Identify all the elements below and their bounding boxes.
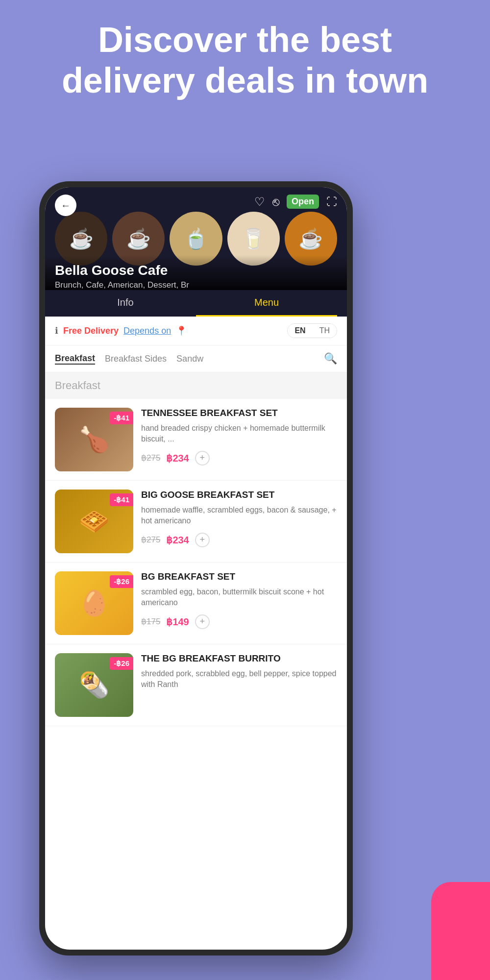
info-icon: ℹ	[55, 325, 58, 336]
favorite-icon[interactable]: ♡	[254, 195, 265, 209]
discount-badge-4: -฿26	[110, 657, 133, 670]
menu-item: 🧇 -฿41 BIG GOOSE BREAKFAST SET homemade …	[45, 481, 347, 563]
delivery-bar: ℹ Free Delivery Depends on 📍 EN TH	[45, 317, 347, 345]
item-image-wrap: 🥚 -฿26	[55, 571, 133, 635]
pink-accent-decoration	[431, 882, 490, 980]
tab-menu[interactable]: Menu	[196, 290, 337, 317]
header-actions: ♡ ⎋ Open ⛶	[254, 195, 337, 209]
discount-badge-2: -฿41	[110, 493, 133, 506]
cat-tab-breakfast-sides[interactable]: Breakfast Sides	[105, 354, 167, 364]
item-desc-1: hand breaded crispy chicken + homemade b…	[141, 423, 337, 445]
original-price-2: ฿275	[141, 535, 160, 545]
header-overlay: Bella Goose Cafe Brunch, Cafe, American,…	[45, 255, 347, 290]
hero-title: Discover the best delivery deals in town	[0, 20, 490, 101]
item-info-3: BG BREAKFAST SET scrambled egg, bacon, b…	[141, 571, 337, 635]
item-image-wrap: 🍗 -฿41	[55, 408, 133, 471]
nav-tabs: Info Menu	[45, 290, 347, 317]
map-pin-icon: 📍	[176, 325, 187, 336]
original-price-3: ฿175	[141, 616, 160, 627]
delivery-info: ℹ Free Delivery Depends on 📍	[55, 325, 187, 336]
fullscreen-icon[interactable]: ⛶	[326, 196, 337, 208]
discount-badge-1: -฿41	[110, 412, 133, 424]
phone-screen: ☕ ☕ 🍵 🥛 ☕ ← ♡ ⎋ Open ⛶ Bella Goose Cafe …	[45, 187, 347, 950]
item-prices-3: ฿175 ฿149 +	[141, 614, 337, 629]
open-status-badge: Open	[287, 195, 319, 209]
item-desc-2: homemade waffle, scrambled eggs, bacon &…	[141, 505, 337, 527]
restaurant-tags: Brunch, Cafe, American, Dessert, Br	[55, 280, 337, 290]
item-name-4: THE BG BREAKFAST BURRITO	[141, 653, 337, 664]
back-button[interactable]: ←	[55, 195, 76, 216]
restaurant-name: Bella Goose Cafe	[55, 263, 337, 278]
item-desc-3: scrambled egg, bacon, buttermilk biscuit…	[141, 587, 337, 609]
item-prices-2: ฿275 ฿234 +	[141, 533, 337, 547]
menu-item: 🥚 -฿26 BG BREAKFAST SET scrambled egg, b…	[45, 563, 347, 644]
search-menu-icon[interactable]: 🔍	[324, 352, 337, 365]
depends-on-label[interactable]: Depends on	[123, 326, 171, 336]
item-info-1: TENNESSEE BREAKFAST SET hand breaded cri…	[141, 408, 337, 471]
cat-tab-sandwiches[interactable]: Sandw	[176, 354, 203, 364]
add-item-1-button[interactable]: +	[195, 451, 210, 466]
language-switcher: EN TH	[287, 323, 337, 338]
cat-tab-breakfast[interactable]: Breakfast	[55, 353, 95, 365]
item-info-4: THE BG BREAKFAST BURRITO shredded pork, …	[141, 653, 337, 717]
lang-th-button[interactable]: TH	[313, 324, 337, 338]
item-name-1: TENNESSEE BREAKFAST SET	[141, 408, 337, 419]
item-image-wrap: 🧇 -฿41	[55, 490, 133, 553]
restaurant-header: ☕ ☕ 🍵 🥛 ☕ ← ♡ ⎋ Open ⛶ Bella Goose Cafe …	[45, 187, 347, 290]
item-name-2: BIG GOOSE BREAKFAST SET	[141, 490, 337, 501]
add-item-2-button[interactable]: +	[195, 533, 210, 547]
item-image-wrap: 🌯 -฿26	[55, 653, 133, 717]
tab-info[interactable]: Info	[55, 290, 196, 317]
phone-frame: ☕ ☕ 🍵 🥛 ☕ ← ♡ ⎋ Open ⛶ Bella Goose Cafe …	[39, 181, 353, 956]
sale-price-1: ฿234	[166, 452, 189, 464]
item-prices-1: ฿275 ฿234 +	[141, 451, 337, 466]
sale-price-2: ฿234	[166, 534, 189, 546]
category-tabs: Breakfast Breakfast Sides Sandw 🔍	[45, 345, 347, 372]
free-delivery-label: Free Delivery	[63, 326, 119, 336]
menu-item: 🌯 -฿26 THE BG BREAKFAST BURRITO shredded…	[45, 644, 347, 726]
section-header: Breakfast	[45, 372, 347, 399]
add-item-3-button[interactable]: +	[195, 614, 210, 629]
sale-price-3: ฿149	[166, 616, 189, 628]
original-price-1: ฿275	[141, 453, 160, 463]
item-name-3: BG BREAKFAST SET	[141, 571, 337, 583]
discount-badge-3: -฿26	[110, 575, 133, 588]
item-desc-4: shredded pork, scrabbled egg, bell peppe…	[141, 668, 337, 690]
menu-item: 🍗 -฿41 TENNESSEE BREAKFAST SET hand brea…	[45, 399, 347, 481]
item-info-2: BIG GOOSE BREAKFAST SET homemade waffle,…	[141, 490, 337, 553]
share-icon[interactable]: ⎋	[272, 195, 279, 209]
lang-en-button[interactable]: EN	[288, 324, 312, 338]
